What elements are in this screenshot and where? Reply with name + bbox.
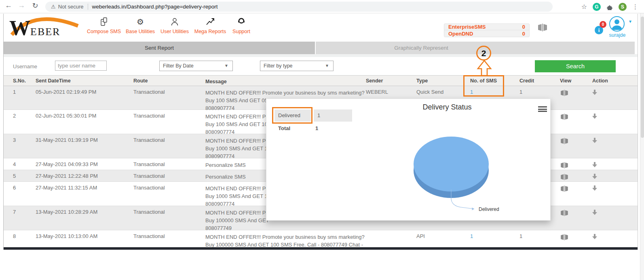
nav-label: Support	[222, 29, 261, 34]
view-report-icon[interactable]	[560, 185, 569, 193]
filter-by-type-dropdown[interactable]: Filter by type ▼	[260, 61, 334, 71]
page-right-border	[638, 14, 638, 250]
annotation-step-number: 2	[476, 46, 491, 61]
cell-route: Transactional	[133, 173, 165, 179]
cell-route: Transactional	[133, 185, 165, 191]
nav-compose-sms[interactable]: Compose SMS	[84, 17, 123, 34]
cell-route: Transactional	[133, 113, 165, 119]
nav-label: Compose SMS	[84, 29, 123, 34]
username-filter-label: Username	[13, 63, 37, 69]
page-left-border	[3, 14, 4, 250]
table-header-row: S.No. Sent DateTime Route Message Sender…	[4, 75, 638, 86]
not-secure-label[interactable]: Not secure	[58, 4, 84, 10]
reports-book-icon[interactable]	[537, 23, 548, 33]
download-arrow-icon[interactable]	[592, 114, 597, 120]
total-value: 1	[315, 125, 318, 131]
download-arrow-icon[interactable]	[592, 162, 597, 169]
download-arrow-icon[interactable]	[592, 174, 597, 181]
view-report-icon[interactable]	[560, 90, 569, 97]
cell-sno: 6	[13, 185, 16, 191]
back-icon[interactable]: ←	[3, 1, 14, 10]
nav-user-utilities[interactable]: User Utilities	[155, 17, 194, 34]
credit-balance-box: EnterpriseSMS 0 OpenDND 0	[444, 23, 530, 37]
col-header-action: Action	[592, 78, 608, 84]
cell-type: Quick Send	[416, 89, 443, 95]
download-arrow-icon[interactable]	[592, 234, 597, 241]
download-arrow-icon[interactable]	[592, 185, 597, 192]
download-arrow-icon[interactable]	[592, 138, 597, 145]
nav-base-utilities[interactable]: ⚙ Base Utilities	[121, 17, 160, 34]
user-avatar[interactable]	[609, 16, 625, 32]
annotation-box-delivered	[272, 107, 312, 124]
chevron-down-icon: ▼	[325, 61, 329, 71]
download-arrow-icon[interactable]	[592, 90, 597, 97]
download-arrow-icon[interactable]	[592, 210, 597, 217]
col-header-datetime: Sent DateTime	[36, 78, 71, 84]
gear-icon: ⚙	[121, 17, 160, 27]
notification-badge: 0	[600, 21, 606, 28]
cell-sender: WEBERL	[366, 89, 388, 95]
annotation-box-no-of-sms	[463, 75, 504, 97]
col-header-credit: Credit	[519, 78, 534, 84]
search-button[interactable]: Search	[535, 60, 616, 72]
scrollbar[interactable]	[640, 13, 644, 280]
cell-credit: 1	[519, 89, 522, 95]
cell-datetime: 02-Jun-2021 05:30:01 PM	[36, 113, 96, 119]
cell-sno: 1	[13, 89, 16, 95]
tab-sent-report[interactable]: Sent Report	[4, 42, 315, 54]
cell-route: Transactional	[133, 137, 165, 143]
grammarly-extension-icon[interactable]: G	[593, 3, 601, 11]
balance-row-enterprisesms: EnterpriseSMS 0	[444, 24, 529, 30]
cell-credit: 1	[519, 233, 522, 239]
weber-logo[interactable]: WEBER	[9, 16, 86, 40]
view-report-icon[interactable]	[560, 174, 569, 181]
browser-profile-avatar[interactable]: S	[619, 3, 627, 11]
cell-type: API	[416, 233, 425, 239]
chart-menu-icon[interactable]	[538, 106, 547, 113]
col-header-view: View	[560, 78, 571, 84]
annotation-arrow-up-icon	[476, 60, 492, 76]
cell-route: Transactional	[133, 233, 165, 239]
view-report-icon[interactable]	[560, 138, 569, 145]
scrollbar-thumb[interactable]	[641, 17, 644, 138]
extensions-puzzle-icon[interactable]	[606, 4, 613, 10]
url-divider	[88, 4, 88, 10]
view-report-icon[interactable]	[560, 234, 569, 242]
divider-strip	[4, 54, 638, 57]
compose-sms-icon	[84, 17, 123, 27]
total-label: Total	[278, 125, 290, 131]
address-bar[interactable]: ⚠ Not secure weberleads.in/Dashboard.php…	[45, 2, 553, 12]
browser-menu-icon[interactable]: ⋮	[632, 3, 638, 11]
username-input[interactable]	[55, 61, 107, 71]
nav-label: Base Utilities	[121, 29, 160, 34]
col-header-sno: S.No.	[13, 78, 26, 84]
app-header: WEBER Compose SMS ⚙ Base Utilities User …	[4, 14, 638, 40]
balance-label: EnterpriseSMS	[448, 24, 486, 30]
reload-icon[interactable]: ↻	[30, 1, 40, 10]
view-report-icon[interactable]	[560, 162, 569, 170]
view-report-icon[interactable]	[560, 210, 569, 217]
account-chevron-down-icon[interactable]: ▾	[629, 19, 631, 24]
username-label[interactable]: surajde	[602, 32, 633, 38]
filter-by-date-dropdown[interactable]: Filter By Date ▼	[159, 61, 233, 71]
cell-route: Transactional	[133, 89, 165, 95]
col-header-route: Route	[133, 78, 148, 84]
support-headset-icon	[222, 17, 261, 27]
logo-letter: W	[9, 17, 30, 40]
user-icon	[155, 17, 194, 27]
pie-slice-delivered	[414, 137, 489, 192]
nav-support[interactable]: Support	[222, 17, 261, 34]
tab-graphically-represent[interactable]: Graphically Represent	[316, 42, 635, 54]
forward-icon[interactable]: →	[16, 1, 27, 10]
report-tabs: Sent Report Graphically Represent	[4, 42, 635, 54]
cell-sno: 7	[13, 209, 16, 215]
balance-value: 0	[522, 31, 525, 37]
cell-datetime: 13-May-2021 10:28:29 AM	[36, 209, 97, 215]
bookmark-star-icon[interactable]: ☆	[581, 3, 587, 11]
cell-datetime: 13-May-2021 10:13:00 AM	[36, 233, 97, 239]
delivered-value-cell: 1	[314, 109, 352, 122]
cell-route: Transactional	[133, 161, 165, 167]
view-report-icon[interactable]	[560, 114, 569, 121]
sms-count-link[interactable]: 1	[470, 233, 473, 239]
url-text[interactable]: weberleads.in/Dashboard.php?page=deliver…	[92, 4, 218, 10]
